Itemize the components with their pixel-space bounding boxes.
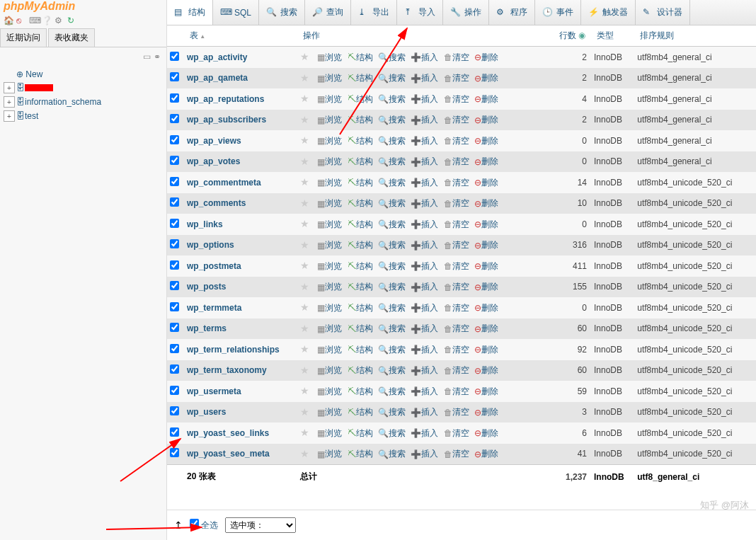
tab-搜索[interactable]: 🔍搜索 xyxy=(259,0,305,25)
drop-action[interactable]: ⊖ 删除 xyxy=(474,406,498,418)
col-rows[interactable]: 行数 ◉ xyxy=(546,25,591,47)
search-action[interactable]: 🔍 搜索 xyxy=(378,219,406,231)
star-icon[interactable]: ★ xyxy=(300,239,309,251)
browse-action[interactable]: ▦ 浏览 xyxy=(317,114,342,126)
tab-导入[interactable]: ⤒导入 xyxy=(397,0,443,25)
row-checkbox[interactable] xyxy=(170,406,179,415)
empty-action[interactable]: 🗑 清空 xyxy=(444,135,469,147)
tab-导出[interactable]: ⤓导出 xyxy=(351,0,397,25)
link-icon[interactable]: ⚭ xyxy=(154,52,161,62)
search-action[interactable]: 🔍 搜索 xyxy=(378,135,406,147)
drop-action[interactable]: ⊖ 删除 xyxy=(474,93,498,105)
empty-action[interactable]: 🗑 清空 xyxy=(444,239,469,251)
browse-action[interactable]: ▦ 浏览 xyxy=(317,302,342,314)
drop-action[interactable]: ⊖ 删除 xyxy=(474,239,498,251)
structure-action[interactable]: ⛏ 结构 xyxy=(348,386,373,398)
search-action[interactable]: 🔍 搜索 xyxy=(378,427,406,440)
row-checkbox[interactable] xyxy=(170,386,179,395)
insert-action[interactable]: ➕ 插入 xyxy=(411,281,438,293)
structure-action[interactable]: ⛏ 结构 xyxy=(348,344,373,356)
structure-action[interactable]: ⛏ 结构 xyxy=(348,427,373,440)
home-icon[interactable]: 🏠 xyxy=(4,16,15,27)
drop-action[interactable]: ⊖ 删除 xyxy=(474,364,498,377)
table-name[interactable]: wp_term_relationships xyxy=(184,339,297,360)
search-action[interactable]: 🔍 搜索 xyxy=(378,93,406,105)
empty-action[interactable]: 🗑 清空 xyxy=(444,427,469,440)
tab-操作[interactable]: 🔧操作 xyxy=(443,0,489,25)
tab-程序[interactable]: ⚙程序 xyxy=(489,0,535,25)
insert-action[interactable]: ➕ 插入 xyxy=(411,114,438,126)
star-icon[interactable]: ★ xyxy=(300,218,309,229)
row-checkbox[interactable] xyxy=(170,260,179,270)
tab-设计器[interactable]: ✎设计器 xyxy=(636,0,690,25)
drop-action[interactable]: ⊖ 删除 xyxy=(474,386,498,398)
row-checkbox[interactable] xyxy=(170,197,179,207)
drop-action[interactable]: ⊖ 删除 xyxy=(474,448,498,460)
row-checkbox[interactable] xyxy=(170,239,179,248)
search-action[interactable]: 🔍 搜索 xyxy=(378,448,406,460)
row-checkbox[interactable] xyxy=(170,364,179,374)
empty-action[interactable]: 🗑 清空 xyxy=(444,72,469,84)
table-name[interactable]: wp_ap_views xyxy=(184,130,297,151)
empty-action[interactable]: 🗑 清空 xyxy=(444,448,469,460)
star-icon[interactable]: ★ xyxy=(300,72,309,84)
empty-action[interactable]: 🗑 清空 xyxy=(444,323,469,335)
structure-action[interactable]: ⛏ 结构 xyxy=(348,156,373,168)
with-selected-dropdown[interactable]: 选中项： xyxy=(225,517,296,533)
drop-action[interactable]: ⊖ 删除 xyxy=(474,52,498,64)
drop-action[interactable]: ⊖ 删除 xyxy=(474,427,498,440)
search-action[interactable]: 🔍 搜索 xyxy=(378,344,406,356)
browse-action[interactable]: ▦ 浏览 xyxy=(317,156,342,168)
docs-icon[interactable]: ❔ xyxy=(42,16,53,27)
tree-item[interactable]: +🗄 xyxy=(4,81,163,95)
drop-action[interactable]: ⊖ 删除 xyxy=(474,72,498,84)
empty-action[interactable]: 🗑 清空 xyxy=(444,386,469,398)
insert-action[interactable]: ➕ 插入 xyxy=(411,344,438,356)
arrow-up-icon[interactable]: ↥ xyxy=(174,519,183,531)
star-icon[interactable]: ★ xyxy=(300,114,309,125)
row-checkbox[interactable] xyxy=(170,281,179,290)
drop-action[interactable]: ⊖ 删除 xyxy=(474,344,498,356)
search-action[interactable]: 🔍 搜索 xyxy=(378,197,406,209)
structure-action[interactable]: ⛏ 结构 xyxy=(348,93,373,105)
browse-action[interactable]: ▦ 浏览 xyxy=(317,135,342,147)
drop-action[interactable]: ⊖ 删除 xyxy=(474,177,498,189)
search-action[interactable]: 🔍 搜索 xyxy=(378,114,406,126)
table-name[interactable]: wp_comments xyxy=(184,193,297,214)
browse-action[interactable]: ▦ 浏览 xyxy=(317,323,342,335)
drop-action[interactable]: ⊖ 删除 xyxy=(474,219,498,231)
row-checkbox[interactable] xyxy=(170,323,179,332)
search-action[interactable]: 🔍 搜索 xyxy=(378,156,406,168)
tab-触发器[interactable]: ⚡触发器 xyxy=(581,0,636,25)
structure-action[interactable]: ⛏ 结构 xyxy=(348,177,373,189)
table-name[interactable]: wp_options xyxy=(184,235,297,256)
empty-action[interactable]: 🗑 清空 xyxy=(444,344,469,356)
drop-action[interactable]: ⊖ 删除 xyxy=(474,302,498,314)
empty-action[interactable]: 🗑 清空 xyxy=(444,364,469,377)
tab-查询[interactable]: 🔎查询 xyxy=(305,0,351,25)
browse-action[interactable]: ▦ 浏览 xyxy=(317,93,342,105)
structure-action[interactable]: ⛏ 结构 xyxy=(348,448,373,460)
insert-action[interactable]: ➕ 插入 xyxy=(411,427,438,440)
browse-action[interactable]: ▦ 浏览 xyxy=(317,197,342,209)
browse-action[interactable]: ▦ 浏览 xyxy=(317,364,342,377)
check-all-box[interactable] xyxy=(190,519,199,528)
row-checkbox[interactable] xyxy=(170,114,179,123)
structure-action[interactable]: ⛏ 结构 xyxy=(348,302,373,314)
empty-action[interactable]: 🗑 清空 xyxy=(444,93,469,105)
row-checkbox[interactable] xyxy=(170,52,179,61)
collapse-icon[interactable]: ▭ xyxy=(143,52,151,62)
drop-action[interactable]: ⊖ 删除 xyxy=(474,114,498,126)
tree-new[interactable]: ⊕ New xyxy=(4,68,163,81)
insert-action[interactable]: ➕ 插入 xyxy=(411,135,438,147)
structure-action[interactable]: ⛏ 结构 xyxy=(348,52,373,64)
structure-action[interactable]: ⛏ 结构 xyxy=(348,364,373,377)
table-scroll[interactable]: 表 操作 行数 ◉ 类型 排序规则 wp_ap_activity ★ ▦ 浏览 … xyxy=(167,25,756,510)
tab-SQL[interactable]: ⌨SQL xyxy=(213,0,259,25)
search-action[interactable]: 🔍 搜索 xyxy=(378,364,406,377)
structure-action[interactable]: ⛏ 结构 xyxy=(348,406,373,418)
drop-action[interactable]: ⊖ 删除 xyxy=(474,281,498,293)
insert-action[interactable]: ➕ 插入 xyxy=(411,448,438,460)
star-icon[interactable]: ★ xyxy=(300,406,309,418)
table-name[interactable]: wp_termmeta xyxy=(184,297,297,318)
